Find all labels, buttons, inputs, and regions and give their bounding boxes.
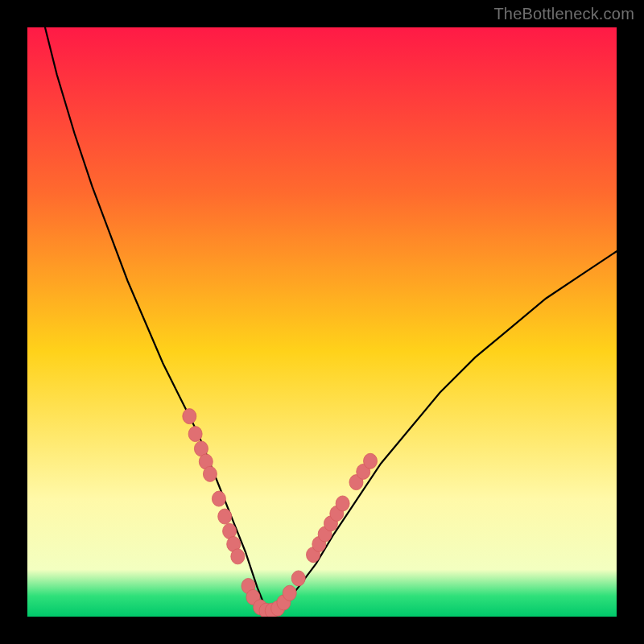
data-marker <box>336 496 349 511</box>
bottleneck-curve <box>27 27 617 611</box>
data-marker <box>203 466 217 481</box>
data-marker <box>183 409 196 424</box>
chart-stage: TheBottleneck.com <box>0 0 644 644</box>
data-marker <box>188 427 202 442</box>
data-marker <box>212 491 225 506</box>
data-marker <box>218 509 232 524</box>
plot-area <box>27 27 617 617</box>
data-marker <box>364 453 378 469</box>
curve-group <box>27 27 617 611</box>
data-marker <box>291 571 305 586</box>
watermark-text: TheBottleneck.com <box>493 5 634 23</box>
data-marker <box>283 585 296 601</box>
chart-overlay <box>27 27 617 617</box>
data-marker <box>231 549 245 564</box>
